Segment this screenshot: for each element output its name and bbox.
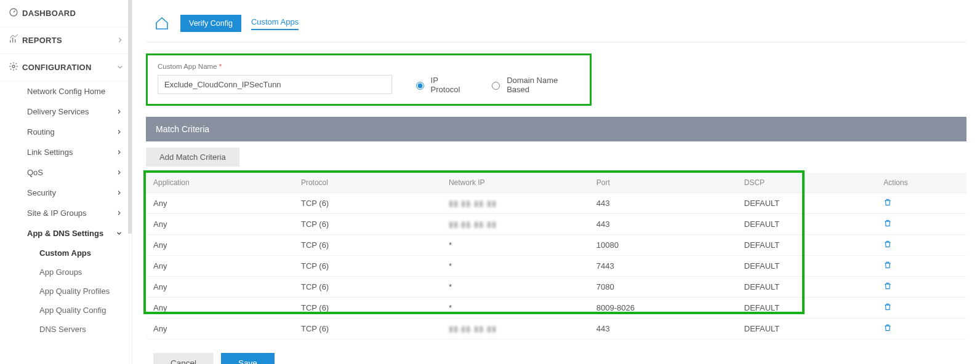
cell-port: 443 [589,318,737,339]
delete-icon[interactable] [883,261,892,271]
radio-domain-name-based[interactable]: Domain Name Based [489,76,580,94]
cell-application: Any [146,318,294,339]
cell-application: Any [146,235,294,256]
cell-port: 7080 [589,277,737,298]
cell-actions [876,318,966,339]
delete-icon[interactable] [883,219,892,229]
cell-network-ip: * [441,298,589,318]
table-row: AnyTCP (6)▮▮.▮▮.▮▮.▮▮443DEFAULT [146,318,966,339]
gear-icon [9,61,22,73]
cell-port: 443 [589,193,737,214]
cell-network-ip: * [441,256,589,277]
cell-actions [876,214,966,235]
delete-icon[interactable] [883,282,892,292]
cell-protocol: TCP (6) [294,214,441,235]
app-dns-subnav: Custom Apps App Groups App Quality Profi… [0,243,132,339]
subsubnav-app-quality-profiles[interactable]: App Quality Profiles [0,282,132,301]
table-row: AnyTCP (6)▮▮.▮▮.▮▮.▮▮443DEFAULT [146,193,966,214]
cell-network-ip: ▮▮.▮▮.▮▮.▮▮ [441,318,589,339]
cell-protocol: TCP (6) [294,298,441,318]
delete-icon[interactable] [883,303,892,313]
sidebar: DASHBOARD REPORTS CONFIGURATION Network … [0,0,132,364]
radio-ip-protocol-label: IP Protocol [431,76,468,94]
cell-dscp: DEFAULT [737,193,877,214]
cell-port: 8009-8026 [589,298,737,318]
cell-network-ip: ▮▮.▮▮.▮▮.▮▮ [441,193,589,214]
cell-network-ip: ▮▮.▮▮.▮▮.▮▮ [441,214,589,235]
cell-actions [876,193,966,214]
nav-dashboard-label: DASHBOARD [22,9,123,18]
dashboard-icon [9,7,22,19]
delete-icon[interactable] [883,198,892,208]
delete-icon[interactable] [883,323,892,334]
cell-protocol: TCP (6) [294,193,441,214]
table-row: AnyTCP (6)*7080DEFAULT [146,277,966,298]
nav-dashboard[interactable]: DASHBOARD [0,0,132,27]
subnav-network-config-home[interactable]: Network Config Home [0,81,132,101]
main-content: Verify Config Custom Apps Custom App Nam… [132,0,980,364]
table-row: AnyTCP (6)*8009-8026DEFAULT [146,298,966,318]
subnav-routing[interactable]: Routing [0,122,132,142]
th-application: Application [146,173,294,193]
cell-application: Any [146,277,294,298]
subsubnav-dns-servers[interactable]: DNS Servers [0,320,132,339]
cell-port: 443 [589,214,737,235]
chevron-right-icon [117,36,123,45]
nav-reports[interactable]: REPORTS [0,27,132,54]
delete-icon[interactable] [883,240,892,250]
subsubnav-custom-apps[interactable]: Custom Apps [0,243,132,263]
cell-port: 10080 [589,235,737,256]
cancel-button[interactable]: Cancel [153,353,214,364]
chevron-down-icon [117,63,123,72]
cell-protocol: TCP (6) [294,256,441,277]
reports-icon [9,34,22,46]
nav-reports-label: REPORTS [22,36,117,45]
chevron-right-icon [116,107,122,116]
cell-network-ip: * [441,235,589,256]
sidebar-scrollbar[interactable] [128,0,132,234]
subnav-qos[interactable]: QoS [0,162,132,183]
cell-protocol: TCP (6) [294,277,441,298]
cell-dscp: DEFAULT [737,277,877,298]
add-match-criteria-button[interactable]: Add Match Criteria [146,148,239,167]
custom-app-form-highlight: Custom App Name * IP Protocol Domain Nam… [146,53,592,106]
cell-application: Any [146,256,294,277]
nav-configuration-label: CONFIGURATION [22,63,117,72]
subnav-site-ip-groups[interactable]: Site & IP Groups [0,203,132,223]
th-port: Port [589,173,737,193]
topbar: Verify Config Custom Apps [146,0,966,42]
th-dscp: DSCP [737,173,877,193]
nav-configuration[interactable]: CONFIGURATION [0,54,132,81]
cell-dscp: DEFAULT [737,298,877,318]
save-button[interactable]: Save [221,353,275,364]
subnav-delivery-services[interactable]: Delivery Services [0,101,132,122]
chevron-down-icon [116,229,122,238]
radio-ip-protocol-input[interactable] [416,82,424,90]
chevron-right-icon [116,188,122,197]
cell-actions [876,235,966,256]
verify-config-button[interactable]: Verify Config [180,15,241,32]
th-actions: Actions [876,173,966,193]
subnav-app-dns-settings[interactable]: App & DNS Settings [0,223,132,243]
subnav-link-settings[interactable]: Link Settings [0,142,132,162]
th-protocol: Protocol [294,173,441,193]
chevron-right-icon [116,168,122,177]
home-icon[interactable] [153,15,171,32]
table-row: AnyTCP (6)*10080DEFAULT [146,235,966,256]
th-network-ip: Network IP [441,173,589,193]
svg-point-1 [12,65,15,68]
custom-app-name-label: Custom App Name * [158,63,580,70]
subnav-security[interactable]: Security [0,183,132,203]
tab-custom-apps[interactable]: Custom Apps [251,17,299,30]
cell-dscp: DEFAULT [737,318,877,339]
cell-dscp: DEFAULT [737,256,877,277]
radio-domain-name-based-input[interactable] [492,82,500,90]
subsubnav-app-groups[interactable]: App Groups [0,263,132,282]
match-criteria-table: Application Protocol Network IP Port DSC… [146,173,966,339]
radio-ip-protocol[interactable]: IP Protocol [413,76,468,94]
custom-app-name-input[interactable] [158,75,392,94]
chevron-right-icon [116,148,122,157]
subsubnav-app-quality-config[interactable]: App Quality Config [0,301,132,320]
form-footer: Cancel Save [146,353,966,364]
match-criteria-table-wrap: Application Protocol Network IP Port DSC… [146,173,966,339]
